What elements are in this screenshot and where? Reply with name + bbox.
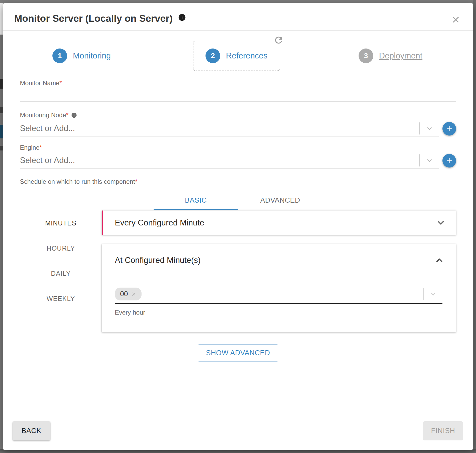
finish-button[interactable]: FINISH: [423, 421, 463, 440]
add-engine-button[interactable]: [442, 154, 456, 168]
step-number-badge: 2: [205, 48, 220, 63]
step-label: References: [226, 51, 268, 61]
background-page-fragment: [0, 107, 3, 113]
step-references[interactable]: 2 References: [193, 41, 280, 71]
schedule-section-label: Schedule on which to run this component*: [20, 178, 456, 185]
active-accent-bar: [102, 211, 103, 235]
minutes-panel: Every Configured Minute At Configured Mi…: [102, 211, 456, 332]
monitoring-node-input[interactable]: [20, 121, 419, 136]
wizard-stepper: 1 Monitoring 2 References 3 Deployment: [20, 38, 456, 74]
monitor-name-field: Monitor Name*: [20, 79, 456, 101]
required-marker: *: [59, 79, 62, 87]
engine-label: Engine*: [20, 146, 42, 150]
monitor-name-label: Monitor Name*: [20, 82, 62, 86]
background-page-fragment: [0, 125, 3, 138]
background-page-fragment: [0, 79, 3, 89]
monitoring-node-select: [20, 120, 439, 137]
step-label: Deployment: [379, 51, 422, 61]
minute-chip: 00: [115, 288, 142, 300]
configured-minutes-title: At Configured Minute(s): [115, 256, 201, 265]
step-monitoring[interactable]: 1 Monitoring: [52, 48, 111, 63]
step-number-badge: 3: [359, 48, 373, 63]
select-divider: [419, 122, 420, 134]
select-divider: [419, 154, 420, 166]
show-advanced-wrap: SHOW ADVANCED: [20, 344, 456, 362]
monitor-server-dialog: Monitor Server (Locally on Server) 1 Mon…: [3, 3, 473, 450]
step-number-badge: 1: [52, 48, 67, 63]
background-page-fragment: [0, 3, 3, 35]
tab-advanced[interactable]: ADVANCED: [238, 193, 322, 210]
step-label: Monitoring: [73, 51, 111, 61]
required-marker: *: [66, 111, 68, 118]
engine-select: [20, 152, 439, 169]
frequency-item-hourly[interactable]: HOURLY: [20, 236, 102, 261]
frequency-item-minutes[interactable]: MINUTES: [20, 211, 102, 236]
monitoring-node-label: Monitoring Node*: [20, 114, 77, 118]
add-monitoring-node-button[interactable]: [442, 122, 456, 136]
chevron-down-icon[interactable]: [436, 218, 446, 228]
step-deployment[interactable]: 3 Deployment: [359, 48, 422, 63]
info-icon[interactable]: [178, 13, 186, 23]
background-page-fragment: [0, 34, 3, 35]
select-divider: [423, 288, 424, 300]
minutes-hint: Every hour: [115, 309, 444, 316]
frequency-item-daily[interactable]: DAILY: [20, 261, 102, 286]
info-icon[interactable]: [71, 112, 77, 119]
back-button[interactable]: BACK: [13, 421, 50, 440]
dialog-body: 1 Monitoring 2 References 3 Deployment M…: [3, 31, 473, 421]
remove-chip-icon[interactable]: [131, 292, 136, 297]
background-page-fragment: [0, 146, 3, 150]
frequency-item-weekly[interactable]: WEEKLY: [20, 286, 102, 311]
chevron-down-icon[interactable]: [426, 125, 433, 132]
refresh-icon[interactable]: [273, 34, 284, 46]
close-icon[interactable]: [451, 15, 461, 25]
schedule-tabs: BASIC ADVANCED: [20, 193, 456, 210]
show-advanced-button[interactable]: SHOW ADVANCED: [198, 344, 278, 362]
chevron-up-icon[interactable]: [435, 256, 444, 265]
chevron-down-icon[interactable]: [426, 157, 433, 164]
engine-field: Engine*: [20, 144, 456, 169]
minutes-chip-input[interactable]: 00: [115, 288, 442, 304]
frequency-list: MINUTES HOURLY DAILY WEEKLY: [20, 211, 102, 332]
configured-minutes-card: At Configured Minute(s) 00: [102, 244, 456, 332]
engine-input[interactable]: [20, 153, 419, 168]
dialog-header: Monitor Server (Locally on Server): [3, 3, 473, 31]
background-page-edge: [0, 449, 476, 453]
monitor-name-input[interactable]: [20, 87, 456, 101]
schedule-body: MINUTES HOURLY DAILY WEEKLY Every Config…: [20, 211, 456, 332]
dialog-footer: BACK FINISH: [3, 421, 473, 450]
background-page-edge: [473, 0, 476, 453]
required-marker: *: [135, 178, 137, 185]
dialog-title: Monitor Server (Locally on Server): [14, 13, 173, 24]
monitoring-node-field: Monitoring Node*: [20, 111, 456, 137]
required-marker: *: [40, 144, 42, 151]
minute-chip-value: 00: [120, 290, 128, 298]
minute-mode-dropdown[interactable]: Every Configured Minute: [102, 211, 456, 235]
chevron-down-icon[interactable]: [430, 291, 437, 298]
tab-basic[interactable]: BASIC: [154, 193, 238, 210]
minute-mode-value: Every Configured Minute: [115, 218, 204, 228]
